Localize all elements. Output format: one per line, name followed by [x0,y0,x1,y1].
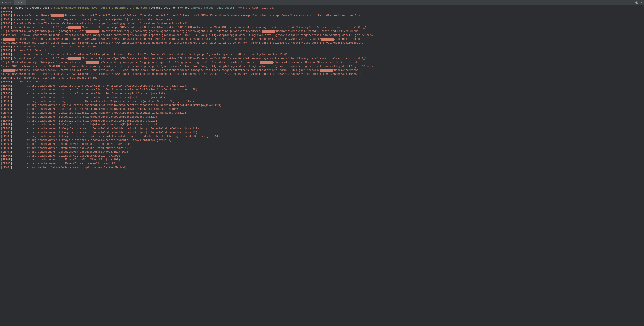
log-line-trace: [ERROR] at org.apache.maven.lifecycle.in… [1,131,643,134]
log-line-trace: [ERROR] at org.apache.maven.lifecycle.in… [1,127,643,131]
log-line-trace: [ERROR] at org.apache.maven.plugin.suref… [1,96,643,99]
add-tab-button[interactable]: + [26,0,31,5]
minimize-icon[interactable]: — [640,1,642,4]
log-line-trace: [ERROR] at sun.reflect.NativeMethodAcces… [1,166,643,169]
log-line-trace: [ERROR] at org.apache.maven.DefaultMaven… [1,142,643,146]
log-line-trace: [ERROR] at org.apache.maven.plugin.Defau… [1,111,643,115]
log-line: 72.jdk/Contents/Home/jre/bin/java '-java… [1,30,643,33]
log-line: [ERROR] [1,10,643,14]
log-line: [ERROR] Process Exit Code: 1 [1,49,643,53]
terminal-header: Terminal: Local × + — [0,0,644,5]
log-line: /████████/Documents/Personal/OpenSAP/Cre… [1,37,643,41]
gear-icon[interactable] [636,1,638,4]
log-line-trace: [ERROR] at org.apache.maven.lifecycle.in… [1,134,643,138]
log-line-trace: [ERROR] at org.apache.maven.lifecycle.in… [1,138,643,142]
log-line-trace: [ERROR] at org.apache.maven.DefaultMaven… [1,146,643,150]
log-line: [ERROR] Command was /bin/sh -c cd "/User… [1,26,643,30]
close-tab-icon[interactable]: × [23,1,24,4]
log-line: 72.jdk/Contents/Home/jre/bin/java '-java… [1,61,643,65]
log-line-trace: [ERROR] at org.apache.maven.lifecycle.in… [1,115,643,119]
log-line: [ERROR] Process Exit Code: 1 [1,80,643,84]
log-line: nal/OpenSAP/Create and Deliver Cloud-Nat… [1,72,643,76]
log-line-trace: [ERROR] at org.apache.maven.plugin.suref… [1,92,643,96]
log-line-trace: [ERROR] at org.apache.maven.plugin.suref… [1,84,643,88]
log-line: [ERROR] Command was /bin/sh -c cd "/User… [1,57,643,61]
log-line-trace: [ERROR] at org.apache.maven.plugin.suref… [1,107,643,111]
log-line-trace: [ERROR] at org.apache.maven.lifecycle.in… [1,119,643,123]
log-line-trace: [ERROR] at org.apache.maven.plugin.suref… [1,99,643,103]
plus-icon: + [28,1,30,4]
log-line-trace: [ERROR] at org.apache.maven.cli.MavenCli… [1,154,643,158]
panel-title: Terminal: [0,1,14,4]
svg-point-0 [637,2,638,3]
log-line: /████████Documents/Personal/OpenSAP/Crea… [1,68,643,72]
log-line-trace: [ERROR] at org.apache.maven.plugin.suref… [1,88,643,92]
log-line: [ERROR] Error occurred in starting fork,… [1,76,643,80]
log-line-trace: [ERROR] at org.apache.maven.cli.MavenCli… [1,158,643,162]
terminal-panel: Terminal: Local × + — [ERROR] Failed to … [0,0,644,326]
log-line: [ERROR] ExecutionException The forked VM… [1,22,643,26]
log-line: [ERROR] Please refer to dump files (if a… [1,18,643,22]
log-line: nal/OpenSAP/Create and Deliver Cloud-Nat… [1,41,643,45]
header-actions: — [634,1,644,4]
terminal-tab-local[interactable]: Local × [14,0,26,5]
log-line: [ERROR] org.apache.maven.surefire.booter… [1,53,643,57]
tab-label: Local [16,1,22,4]
log-line: Native SAP S:4HANA Extensions/S:4HANA Ex… [1,65,643,68]
log-line-trace: [ERROR] at org.apache.maven.DefaultMaven… [1,150,643,154]
log-line: [ERROR] Failed to execute goal org.apach… [1,6,643,10]
terminal-output[interactable]: [ERROR] Failed to execute goal org.apach… [0,5,644,326]
log-line: Native SAP S:4HANA Extensions/S:4HANA Ex… [1,33,643,37]
log-line: [ERROR] Error occurred in starting fork,… [1,45,643,49]
log-line-trace: [ERROR] at org.apache.maven.lifecycle.in… [1,123,643,127]
log-line-trace: [ERROR] at org.apache.maven.cli.MavenCli… [1,162,643,166]
log-line: [ERROR] Please refer to /Users/████████/… [1,14,643,18]
log-line-trace: [ERROR] at org.apache.maven.plugin.suref… [1,103,643,107]
